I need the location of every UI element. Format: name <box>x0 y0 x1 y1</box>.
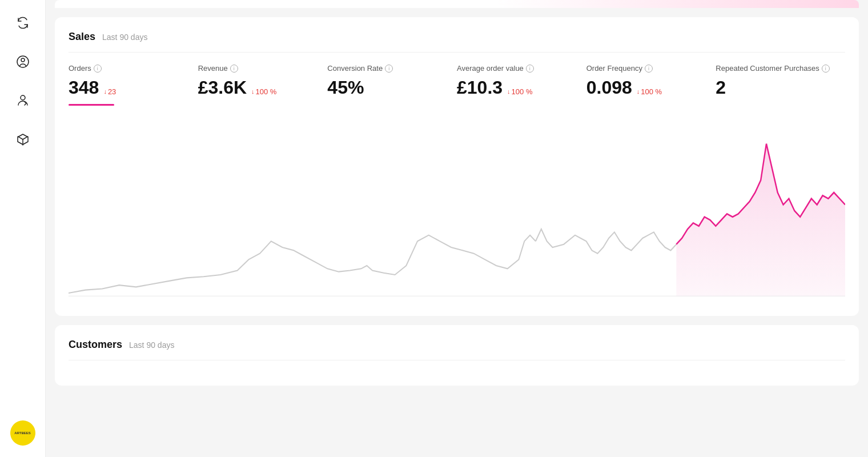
customers-card-title: Customers <box>69 339 122 351</box>
conversion-rate-value: 45% <box>327 77 364 98</box>
sales-chart-svg <box>69 119 845 302</box>
orders-value: 348 <box>69 77 99 98</box>
customers-card: Customers Last 90 days <box>55 325 859 386</box>
orders-label: Orders i <box>69 64 187 73</box>
refresh-icon[interactable] <box>11 11 34 34</box>
revenue-change: ↓100 % <box>251 87 276 96</box>
conversion-rate-info-icon[interactable]: i <box>385 65 393 73</box>
sales-card: Sales Last 90 days Orders i 348 ↓23 <box>55 17 859 316</box>
orders-active-underline <box>69 104 114 106</box>
repeated-customer-purchases-value-row: 2 <box>716 77 834 98</box>
order-frequency-change: ↓100 % <box>637 87 662 96</box>
avatar-text: ARTBEES <box>14 431 31 435</box>
svg-point-1 <box>21 58 25 62</box>
svg-point-2 <box>21 95 25 100</box>
metric-order-frequency[interactable]: Order Frequency i 0.098 ↓100 % <box>586 64 716 106</box>
revenue-value-row: £3.6K ↓100 % <box>198 77 316 98</box>
metric-conversion-rate[interactable]: Conversion Rate i 45% <box>327 64 457 106</box>
top-bar <box>55 0 859 8</box>
conversion-rate-label: Conversion Rate i <box>327 64 445 73</box>
sales-card-header: Sales Last 90 days <box>69 31 845 53</box>
orders-info-icon[interactable]: i <box>94 65 102 73</box>
customers-card-header: Customers Last 90 days <box>69 339 845 360</box>
conversion-rate-value-row: 45% <box>327 77 445 98</box>
order-frequency-value: 0.098 <box>586 77 632 98</box>
average-order-value-value: £10.3 <box>457 77 503 98</box>
sales-chart <box>69 119 845 302</box>
customers-card-subtitle: Last 90 days <box>129 340 174 350</box>
average-order-value-row: £10.3 ↓100 % <box>457 77 575 98</box>
repeated-customer-purchases-info-icon[interactable]: i <box>822 65 830 73</box>
order-frequency-value-row: 0.098 ↓100 % <box>586 77 705 98</box>
metrics-row: Orders i 348 ↓23 Revenue i £3.6 <box>69 64 845 106</box>
average-order-value-info-icon[interactable]: i <box>526 65 534 73</box>
revenue-label: Revenue i <box>198 64 316 73</box>
revenue-info-icon[interactable]: i <box>230 65 238 73</box>
box-icon[interactable] <box>11 128 34 151</box>
metric-average-order-value[interactable]: Average order value i £10.3 ↓100 % <box>457 64 586 106</box>
sales-card-title: Sales <box>69 31 95 43</box>
metric-revenue[interactable]: Revenue i £3.6K ↓100 % <box>198 64 328 106</box>
repeated-customer-purchases-value: 2 <box>716 77 726 98</box>
revenue-value: £3.6K <box>198 77 247 98</box>
main-content: Sales Last 90 days Orders i 348 ↓23 <box>46 0 868 457</box>
user-circle-icon[interactable] <box>11 50 34 73</box>
sales-card-subtitle: Last 90 days <box>102 33 147 42</box>
metric-repeated-customer-purchases[interactable]: Repeated Customer Purchases i 2 <box>716 64 845 106</box>
orders-value-row: 348 ↓23 <box>69 77 187 98</box>
average-order-value-label: Average order value i <box>457 64 575 73</box>
sidebar: ARTBEES <box>0 0 46 457</box>
svg-marker-3 <box>676 144 845 296</box>
average-order-value-change: ↓100 % <box>507 87 532 96</box>
repeated-customer-purchases-label: Repeated Customer Purchases i <box>716 64 834 73</box>
order-frequency-info-icon[interactable]: i <box>645 65 653 73</box>
person-icon[interactable] <box>11 89 34 112</box>
user-avatar[interactable]: ARTBEES <box>10 420 35 446</box>
order-frequency-label: Order Frequency i <box>586 64 705 73</box>
orders-change: ↓23 <box>103 87 116 96</box>
metric-orders[interactable]: Orders i 348 ↓23 <box>69 64 198 106</box>
